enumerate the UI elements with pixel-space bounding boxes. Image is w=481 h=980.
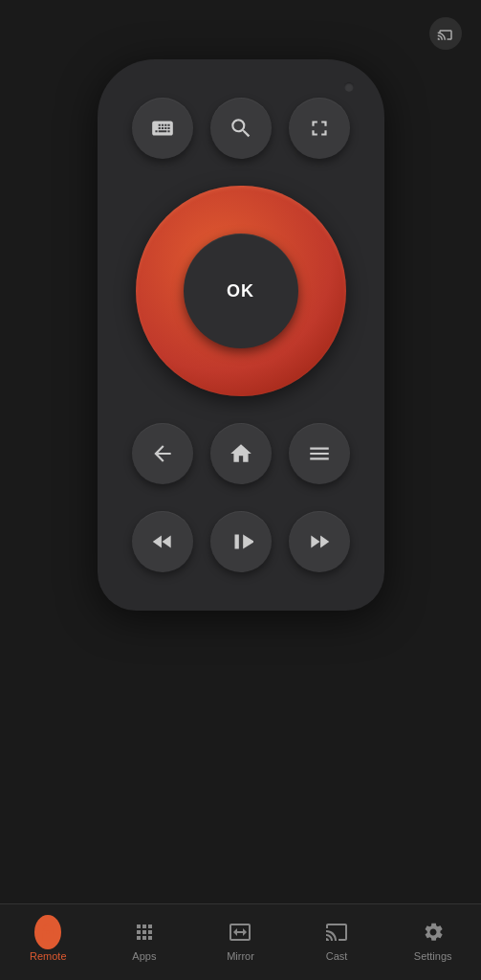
dpad-ring[interactable]: OK — [136, 186, 346, 396]
search-button[interactable] — [210, 98, 272, 159]
search-icon — [229, 116, 253, 141]
rewind-button[interactable] — [132, 511, 193, 572]
dpad-container: OK — [136, 186, 346, 396]
fast-forward-icon — [307, 529, 332, 554]
remote-nav-icon — [34, 919, 61, 946]
menu-icon — [307, 441, 332, 466]
cast-top-button[interactable] — [429, 17, 462, 50]
remote-icon — [38, 923, 57, 942]
home-button[interactable] — [210, 423, 272, 484]
apps-nav-label: Apps — [132, 950, 156, 962]
back-icon — [150, 441, 175, 466]
bottom-nav: Remote Apps Mirror Cast — [0, 903, 481, 980]
ok-button[interactable]: OK — [184, 234, 298, 348]
home-icon — [229, 441, 253, 466]
settings-icon — [422, 921, 445, 944]
remote-nav-label: Remote — [30, 950, 67, 962]
top-bar — [0, 0, 481, 50]
back-button[interactable] — [132, 423, 193, 484]
cast-nav-label: Cast — [326, 950, 348, 962]
mirror-nav-icon — [227, 919, 253, 946]
media-row — [132, 511, 350, 572]
cast-icon — [325, 921, 348, 944]
rewind-icon — [150, 529, 175, 554]
fullscreen-icon — [307, 116, 332, 141]
mirror-nav-label: Mirror — [227, 950, 254, 962]
nav-item-mirror[interactable]: Mirror — [192, 919, 289, 966]
play-pause-button[interactable] — [210, 511, 272, 572]
keyboard-button[interactable] — [132, 98, 193, 159]
settings-nav-label: Settings — [414, 950, 452, 962]
cast-top-icon — [437, 25, 454, 42]
ok-label: OK — [227, 281, 254, 301]
settings-nav-icon — [420, 919, 447, 946]
top-buttons-row — [132, 98, 350, 159]
apps-nav-icon — [131, 919, 158, 946]
apps-icon — [133, 921, 156, 944]
fast-forward-button[interactable] — [289, 511, 350, 572]
nav-item-remote[interactable]: Remote — [0, 919, 97, 966]
keyboard-icon — [150, 116, 175, 141]
menu-button[interactable] — [289, 423, 350, 484]
nav-item-settings[interactable]: Settings — [384, 919, 481, 966]
fullscreen-button[interactable] — [289, 98, 350, 159]
play-pause-icon — [229, 529, 253, 554]
navigation-row — [132, 423, 350, 484]
remote-body: OK — [98, 59, 384, 611]
nav-item-cast[interactable]: Cast — [289, 919, 385, 966]
nav-item-apps[interactable]: Apps — [97, 919, 193, 966]
cast-nav-icon — [323, 919, 350, 946]
mirror-icon — [229, 921, 251, 944]
